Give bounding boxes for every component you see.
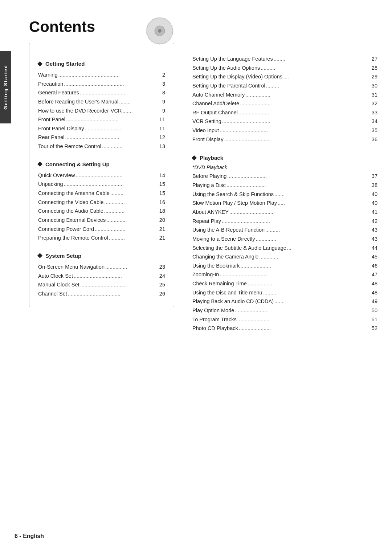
- toc-entry: Using the Bookmark .....................…: [192, 261, 377, 270]
- toc-entry: Tour of the Remote Control .............…: [38, 142, 165, 151]
- disc-area: Contents: [29, 18, 174, 36]
- toc-entry: Front Panel Display ....................…: [38, 124, 165, 133]
- section-header-getting-started: Getting Started: [38, 61, 165, 67]
- toc-entry: Rear Panel .............................…: [38, 133, 165, 142]
- connecting-entries: Quick Overview .........................…: [38, 171, 165, 243]
- right-top-entries: Setting Up the Language Features .......…: [192, 54, 377, 144]
- toc-entry: Repeat Play ............................…: [192, 217, 377, 226]
- toc-entry: Play Option Mode ...................... …: [192, 306, 377, 315]
- toc-entry: Precaution .............................…: [38, 80, 165, 89]
- section-header-connecting: Connecting & Setting Up: [38, 161, 165, 167]
- toc-entry: Manual Clock Set .......................…: [38, 280, 165, 289]
- side-tab-label: Getting Started: [3, 65, 8, 110]
- left-box: Getting Started Warning ................…: [29, 43, 174, 307]
- toc-entry: General Features .......................…: [38, 88, 165, 97]
- toc-entry: Setting Up the Parental Control ........…: [192, 81, 377, 90]
- toc-entry: Moving to a Scene Directly .............…: [192, 235, 377, 244]
- toc-entry: Connecting Power Cord ..................…: [38, 225, 165, 234]
- footer-separator: -: [19, 533, 23, 539]
- toc-entry: Before Playing .........................…: [192, 172, 377, 181]
- toc-entry: Photo CD Playback ......................…: [192, 324, 377, 333]
- toc-entry: Auto Channel Memory ................. 31: [192, 90, 377, 99]
- system-setup-entries: On-Screen Menu Navigation ..............…: [38, 262, 165, 298]
- diamond-icon: [37, 61, 42, 66]
- section-header-playback: Playback: [192, 155, 377, 161]
- toc-entry: Front Display ..........................…: [192, 135, 377, 144]
- toc-entry: Preparing the Remote Control ...........…: [38, 233, 165, 243]
- toc-entry: Playing Back an Audio CD (CDDA) ....... …: [192, 297, 377, 306]
- side-tab: Getting Started: [0, 51, 11, 123]
- toc-entry: On-Screen Menu Navigation ..............…: [38, 262, 165, 272]
- toc-entry: Setting Up the Audio Options .......... …: [192, 64, 377, 73]
- svg-point-2: [158, 29, 162, 33]
- toc-entry: Channel Add/Delete .....................…: [192, 99, 377, 108]
- footer-language: English: [23, 533, 44, 539]
- toc-entry: Connecting External Devices ............…: [38, 216, 165, 225]
- toc-entry: Auto Clock Set .........................…: [38, 272, 165, 281]
- toc-entry: Channel Set ............................…: [38, 289, 165, 298]
- diamond-icon: [192, 155, 197, 160]
- toc-entry: VCR Setting ............................…: [192, 117, 377, 126]
- toc-entry: Setting Up the Language Features .......…: [192, 54, 377, 64]
- toc-entry: About ANYKEY ...........................…: [192, 208, 377, 217]
- playback-entries: Before Playing .........................…: [192, 172, 377, 333]
- page-footer: 6 - English: [15, 533, 44, 539]
- toc-entry: Setting Up the Display (Video) Options .…: [192, 72, 377, 81]
- page-number: 6: [15, 533, 18, 539]
- toc-entry: Selecting the Subtitle & Audio Language …: [192, 244, 377, 253]
- toc-entry: Using the Search & Skip Functions ......…: [192, 190, 377, 199]
- toc-entry: Connecting the Audio Cable .............…: [38, 207, 165, 216]
- toc-entry: Warning ................................…: [38, 70, 165, 80]
- getting-started-entries: Warning ................................…: [38, 70, 165, 151]
- left-column: Contents Getting Started Warning .......…: [29, 18, 185, 333]
- toc-entry: Playing a Disc .........................…: [192, 181, 377, 190]
- toc-entry: RF Output Channel ..................... …: [192, 108, 377, 117]
- right-column: Setting Up the Language Features .......…: [185, 18, 377, 333]
- section-header-system-setup: System Setup: [38, 253, 165, 259]
- toc-entry: Connecting the Antenna Cable ......... 1…: [38, 189, 165, 198]
- toc-entry: Unpacking ..............................…: [38, 180, 165, 189]
- toc-entry: Slow Motion Play / Step Motion Play ....…: [192, 199, 377, 208]
- toc-entry: To Program Tracks ......................…: [192, 315, 377, 324]
- toc-entry: Before Reading the User's Manual .......…: [38, 97, 165, 106]
- toc-entry: Using the A-B Repeat Function ..........…: [192, 225, 377, 235]
- toc-entry: Changing the Camera Angle ..............…: [192, 252, 377, 261]
- toc-entry: Front Panel ............................…: [38, 115, 165, 124]
- disc-icon: [138, 15, 174, 47]
- toc-entry: Zooming-In .............................…: [192, 270, 377, 279]
- toc-entry: Quick Overview .........................…: [38, 171, 165, 180]
- toc-entry: Check Remaining Time ................. 4…: [192, 279, 377, 288]
- toc-entry: Using the Disc and Title menu ..........…: [192, 288, 377, 297]
- toc-entry: Connecting the Video Cable .............…: [38, 198, 165, 207]
- toc-entry: How to use the DVD Recorder-VCR ....... …: [38, 106, 165, 115]
- subsection-dvd-playback: *DVD Playback: [192, 164, 377, 170]
- toc-entry: Video Input ............................…: [192, 126, 377, 135]
- diamond-icon: [37, 162, 42, 167]
- diamond-icon: [37, 253, 42, 258]
